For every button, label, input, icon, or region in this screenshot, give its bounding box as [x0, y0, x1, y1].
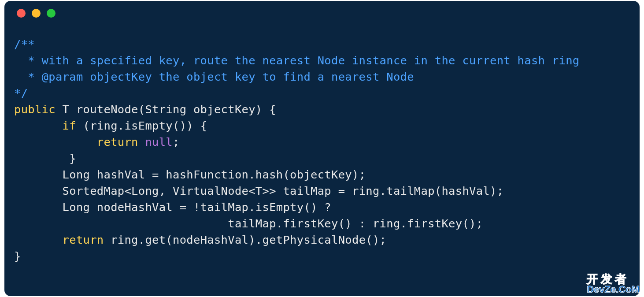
- code-token: null: [145, 135, 173, 148]
- code-token: Long nodeHashVal = !tailMap.isEmpty() ?: [63, 200, 331, 214]
- code-token: */: [14, 86, 28, 100]
- code-line: */: [14, 85, 630, 101]
- code-token: return: [63, 233, 104, 246]
- close-icon[interactable]: [17, 9, 26, 18]
- code-token: * @param objectKey the object key to fin…: [28, 70, 414, 83]
- code-line: Long hashVal = hashFunction.hash(objectK…: [14, 167, 630, 183]
- code-line: * @param objectKey the object key to fin…: [14, 69, 630, 85]
- code-token: return: [97, 135, 138, 148]
- maximize-icon[interactable]: [47, 9, 56, 18]
- code-token: public: [14, 103, 56, 116]
- code-line: }: [14, 150, 630, 167]
- code-line: SortedMap<Long, VirtualNode<T>> tailMap …: [14, 183, 630, 199]
- window-titlebar: [4, 1, 640, 23]
- code-line: /**: [14, 36, 630, 52]
- code-token: if: [63, 119, 76, 132]
- code-line: }: [14, 248, 630, 264]
- code-token: Long hashVal = hashFunction.hash(objectK…: [63, 168, 366, 181]
- code-token: /**: [14, 37, 35, 51]
- code-line: return null;: [14, 134, 630, 150]
- code-token: [138, 135, 145, 148]
- code-token: ring.get(nodeHashVal).getPhysicalNode();: [104, 233, 387, 246]
- code-line: * with a specified key, route the neares…: [14, 52, 630, 69]
- code-token: tailMap.firstKey() : ring.firstKey();: [228, 217, 483, 230]
- code-token: }: [69, 152, 76, 165]
- code-token: SortedMap<Long, VirtualNode<T>> tailMap …: [63, 184, 504, 197]
- code-token: (ring.isEmpty()) {: [76, 119, 207, 132]
- code-line: public T routeNode(String objectKey) {: [14, 101, 630, 118]
- code-token: ;: [173, 135, 180, 148]
- code-line: if (ring.isEmpty()) {: [14, 118, 630, 134]
- code-window: /** * with a specified key, route the ne…: [4, 1, 640, 296]
- code-token: }: [14, 249, 21, 263]
- code-content: /** * with a specified key, route the ne…: [4, 23, 640, 274]
- code-line: Long nodeHashVal = !tailMap.isEmpty() ?: [14, 199, 630, 215]
- minimize-icon[interactable]: [32, 9, 41, 18]
- code-line: return ring.get(nodeHashVal).getPhysical…: [14, 232, 630, 248]
- code-token: * with a specified key, route the neares…: [28, 54, 579, 67]
- code-line: tailMap.firstKey() : ring.firstKey();: [14, 215, 630, 232]
- code-token: T routeNode(String objectKey) {: [56, 103, 276, 116]
